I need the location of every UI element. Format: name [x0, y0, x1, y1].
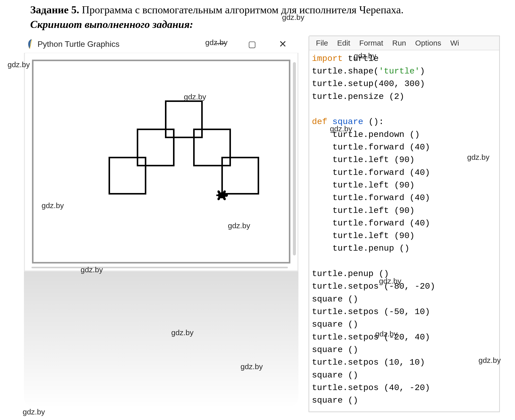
screenshot-caption: Скриншот выполненного задания: — [15, 18, 500, 30]
code-text: turtle.pensize (2) — [312, 92, 404, 101]
turtle-titlebar[interactable]: Python Turtle Graphics — ▢ ✕ — [24, 35, 298, 53]
horizontal-scrollbar[interactable] — [31, 266, 288, 269]
code-kw-def: def — [312, 117, 327, 127]
code-text: turtle.forward (40) — [312, 218, 430, 228]
code-text: ) — [420, 66, 425, 76]
turtle-canvas-container — [24, 53, 298, 272]
window-controls: — ▢ ✕ — [215, 39, 294, 50]
minimize-button[interactable]: — — [215, 37, 225, 48]
editor-menubar: File Edit Format Run Options Wi — [309, 36, 499, 50]
code-text: square () — [312, 320, 358, 329]
code-text: turtle.penup () — [312, 269, 389, 279]
task-text: Программа с вспомогательным алгоритмом д… — [79, 4, 403, 16]
code-text: turtle.left (90) — [312, 206, 415, 215]
turtle-window: Python Turtle Graphics — ▢ ✕ — [24, 35, 298, 407]
code-text: turtle — [343, 54, 379, 63]
editor-window: File Edit Format Run Options Wi import t… — [308, 35, 500, 412]
vertical-scrollbar[interactable] — [293, 62, 296, 255]
python-feather-icon — [26, 39, 33, 49]
menu-edit[interactable]: Edit — [337, 39, 350, 47]
turtle-window-title: Python Turtle Graphics — [38, 40, 215, 49]
code-text: turtle.shape( — [312, 66, 379, 76]
code-editor-area[interactable]: import turtle turtle.shape('turtle') tur… — [309, 50, 499, 411]
turtle-cursor-icon — [215, 189, 229, 201]
code-text: square () — [312, 294, 358, 304]
code-text: turtle.setpos (-50, 10) — [312, 307, 430, 317]
menu-file[interactable]: File — [316, 39, 328, 47]
code-string: 'turtle' — [379, 66, 420, 76]
code-text: turtle.left (90) — [312, 155, 415, 165]
task-label: Задание 5. — [30, 4, 79, 16]
code-text: square () — [312, 370, 358, 380]
window-shadow — [24, 272, 298, 407]
code-text: square () — [312, 345, 358, 355]
code-text — [327, 117, 332, 127]
close-button[interactable]: ✕ — [279, 39, 287, 50]
code-text: turtle.setpos (10, 10) — [312, 358, 425, 367]
menu-format[interactable]: Format — [359, 39, 383, 47]
code-funcname: square — [332, 117, 363, 127]
code-text: turtle.forward (40) — [312, 142, 430, 152]
code-text: turtle.setpos (40, -20) — [312, 383, 430, 393]
menu-run[interactable]: Run — [392, 39, 406, 47]
code-text: turtle.setup(400, 300) — [312, 79, 425, 89]
code-text: turtle.left (90) — [312, 231, 415, 241]
menu-window-truncated[interactable]: Wi — [450, 39, 459, 47]
code-text: turtle.pendown () — [312, 130, 420, 139]
svg-rect-6 — [216, 195, 218, 196]
code-text: square () — [312, 396, 358, 405]
drawing-layer — [33, 61, 289, 262]
code-text: (): — [363, 117, 384, 127]
code-text: turtle.left (90) — [312, 180, 415, 190]
square-5 — [221, 157, 259, 195]
code-text: turtle.setpos (-20, 40) — [312, 332, 430, 342]
code-text: turtle.forward (40) — [312, 193, 430, 203]
code-text: turtle.setpos (-80, -20) — [312, 282, 435, 291]
menu-options[interactable]: Options — [415, 39, 441, 47]
task-heading: Задание 5. Программа с вспомогательным а… — [15, 3, 500, 17]
maximize-button[interactable]: ▢ — [248, 39, 256, 49]
code-kw-import: import — [312, 54, 342, 63]
svg-point-1 — [225, 194, 228, 197]
turtle-canvas — [32, 60, 290, 263]
code-text: turtle.forward (40) — [312, 168, 430, 177]
code-text: turtle.penup () — [312, 244, 409, 253]
